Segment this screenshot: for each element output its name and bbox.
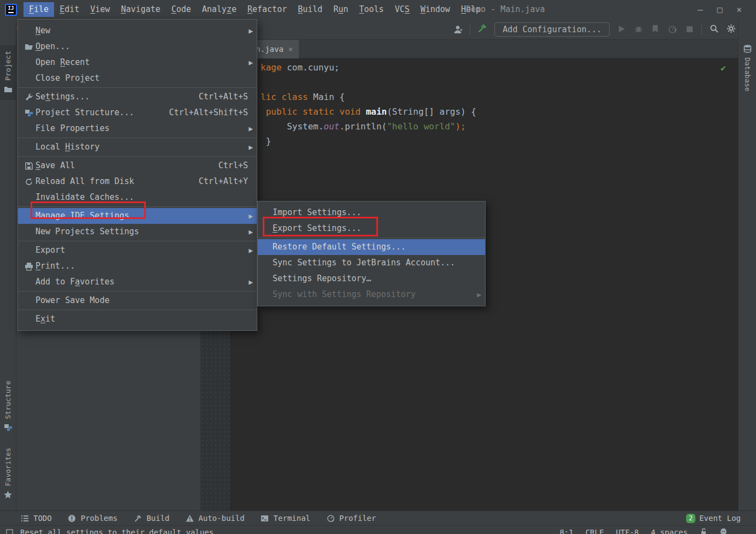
folder-open-icon: [23, 42, 35, 52]
tool-window-label: Build: [146, 514, 169, 523]
file-menu-item-reload-all-from-disk[interactable]: Reload All from DiskCtrl+Alt+Y: [18, 174, 257, 189]
inspections-profile-icon[interactable]: [719, 527, 728, 534]
file-menu-item-new[interactable]: New▶: [18, 23, 257, 39]
tab-close-icon[interactable]: ×: [288, 45, 293, 54]
code-line: System.out.println("hello world");: [261, 119, 476, 134]
chevron-down-icon: ▾: [459, 27, 463, 33]
tool-window-label: TODO: [33, 514, 52, 523]
settings-gear-icon: [726, 23, 736, 33]
chevron-down-icon: ▾: [674, 27, 677, 33]
tool-stripe-tab-favorites[interactable]: Favorites: [0, 448, 16, 500]
menu-item-label: Invalidate Caches...: [36, 189, 134, 205]
event-log-button[interactable]: 2 Event Log: [686, 514, 741, 523]
minimize-button[interactable]: –: [698, 4, 703, 15]
maximize-button[interactable]: □: [717, 4, 723, 15]
menubar-item-code[interactable]: Code: [166, 2, 197, 17]
tool-window-button-build[interactable]: Build: [133, 513, 169, 523]
profiler-button[interactable]: ▾: [668, 25, 677, 34]
user-profile-button[interactable]: ▾: [453, 25, 463, 34]
tool-stripe-tab-project[interactable]: Project: [0, 45, 16, 100]
file-menu-item-power-save-mode[interactable]: Power Save Mode: [18, 293, 257, 308]
lock-icon[interactable]: [700, 528, 707, 534]
menubar-item-run[interactable]: Run: [328, 2, 353, 17]
status-segment-crlf[interactable]: CRLF: [586, 528, 604, 534]
run-icon: [617, 24, 627, 34]
status-widgets: 8:1CRLFUTF-84 spaces: [559, 527, 728, 534]
file-menu-item-exit[interactable]: Exit: [18, 311, 257, 327]
submenu-item-settings-repository[interactable]: Settings Repository…: [258, 271, 485, 287]
tool-stripe-label: Favorites: [4, 448, 12, 486]
tool-stripe-tab-database[interactable]: Database: [739, 44, 756, 92]
terminal-icon: [260, 513, 270, 523]
menubar-item-navigate[interactable]: Navigate: [115, 2, 166, 17]
structure-icon: [3, 423, 13, 432]
file-menu-item-project-structure[interactable]: Project Structure...Ctrl+Alt+Shift+S: [18, 105, 257, 121]
submenu-item-export-settings[interactable]: Export Settings...: [258, 221, 485, 236]
menu-separator: [18, 310, 257, 310]
submenu-item-restore-default-settings[interactable]: Restore Default Settings...: [258, 239, 485, 255]
file-menu-item-add-to-favorites[interactable]: Add to Favorites▶: [18, 274, 257, 290]
tool-window-button-profiler[interactable]: Profiler: [326, 513, 376, 523]
file-menu-item-open-recent[interactable]: Open Recent▶: [18, 55, 257, 70]
file-menu-item-print[interactable]: Print...: [18, 258, 257, 274]
submenu-item-import-settings[interactable]: Import Settings...: [258, 205, 485, 221]
inspection-ok-icon[interactable]: ✔: [720, 63, 726, 73]
file-menu-item-close-project[interactable]: Close Project: [18, 70, 257, 86]
code-line: [261, 75, 476, 90]
menu-separator: [18, 206, 257, 207]
file-menu-item-settings[interactable]: Settings...Ctrl+Alt+S: [18, 89, 257, 105]
close-button[interactable]: ×: [736, 4, 742, 15]
submenu-item-sync-with-settings-repository[interactable]: Sync with Settings Repository▶: [258, 287, 485, 302]
menu-separator: [258, 238, 485, 238]
tool-stripe-tab-structure[interactable]: Structure: [0, 381, 16, 432]
menu-item-label: Restore Default Settings...: [273, 239, 406, 255]
menubar-item-vcs[interactable]: VCS: [389, 2, 415, 17]
menubar-item-analyze[interactable]: Analyze: [197, 2, 242, 17]
file-menu-item-local-history[interactable]: Local History▶: [18, 139, 257, 155]
file-menu-item-save-all[interactable]: Save AllCtrl+S: [18, 158, 257, 174]
coverage-button[interactable]: [651, 24, 660, 35]
error-circle-icon: [67, 513, 77, 523]
file-menu-item-open[interactable]: Open...: [18, 39, 257, 55]
menu-item-label: New: [36, 23, 50, 39]
title-bar: IJ FileEditViewNavigateCodeAnalyzeRefact…: [0, 0, 756, 19]
manage-ide-settings-submenu: Import Settings...Export Settings...Rest…: [257, 201, 486, 306]
file-menu-item-invalidate-caches[interactable]: Invalidate Caches...: [18, 189, 257, 205]
menubar-item-edit[interactable]: Edit: [54, 2, 85, 17]
tool-window-button-auto-build[interactable]: Auto-build: [185, 513, 244, 523]
menubar-item-view[interactable]: View: [85, 2, 115, 17]
tool-window-button-problems[interactable]: Problems: [67, 513, 117, 523]
file-menu-item-file-properties[interactable]: File Properties▶: [18, 121, 257, 137]
status-segment-4-spaces[interactable]: 4 spaces: [651, 528, 688, 534]
debug-button[interactable]: [634, 24, 643, 35]
menubar-item-refactor[interactable]: Refactor: [242, 2, 292, 17]
menubar-item-window[interactable]: Window: [415, 2, 456, 17]
code-line: lic class Main {: [261, 90, 476, 104]
search-everywhere-button[interactable]: [709, 23, 719, 35]
file-menu-item-export[interactable]: Export▶: [18, 242, 257, 258]
file-menu-item-manage-ide-settings[interactable]: Manage IDE Settings▶: [18, 208, 257, 224]
file-menu-item-new-projects-settings[interactable]: New Projects Settings▶: [18, 224, 257, 240]
tool-window-button-todo[interactable]: TODO: [20, 513, 52, 523]
settings-gear-button[interactable]: [726, 23, 736, 35]
file-menu-dropdown: New▶Open...Open Recent▶Close ProjectSett…: [17, 19, 257, 331]
menubar-item-tools[interactable]: Tools: [353, 2, 389, 17]
stop-button[interactable]: [684, 24, 694, 35]
tool-window-bar: TODOProblemsBuildAuto-buildTerminalProfi…: [0, 511, 756, 525]
run-button[interactable]: [617, 24, 627, 35]
status-segment-8-1[interactable]: 8:1: [559, 528, 573, 534]
tool-window-button-terminal[interactable]: Terminal: [260, 513, 310, 523]
toolbar-run-cluster: ▾Add Configuration...▾: [453, 19, 753, 40]
menu-item-shortcut: Ctrl+Alt+Y: [199, 174, 248, 189]
add-configuration-button[interactable]: Add Configuration...: [494, 22, 610, 37]
menubar-item-build[interactable]: Build: [292, 2, 328, 17]
build-project-button[interactable]: [477, 23, 487, 35]
submenu-arrow-icon: ▶: [249, 274, 253, 290]
code-line: kage com.cunyu;: [261, 60, 476, 75]
menubar-item-file[interactable]: File: [23, 2, 54, 17]
toolbar-divider: [470, 24, 470, 35]
submenu-item-sync-settings-to-jetbrains-account[interactable]: Sync Settings to JetBrains Account...: [258, 255, 485, 271]
logo-text: IJ: [8, 6, 14, 11]
intellij-window: IJ FileEditViewNavigateCodeAnalyzeRefact…: [0, 0, 756, 534]
status-segment-utf-8[interactable]: UTF-8: [616, 528, 639, 534]
